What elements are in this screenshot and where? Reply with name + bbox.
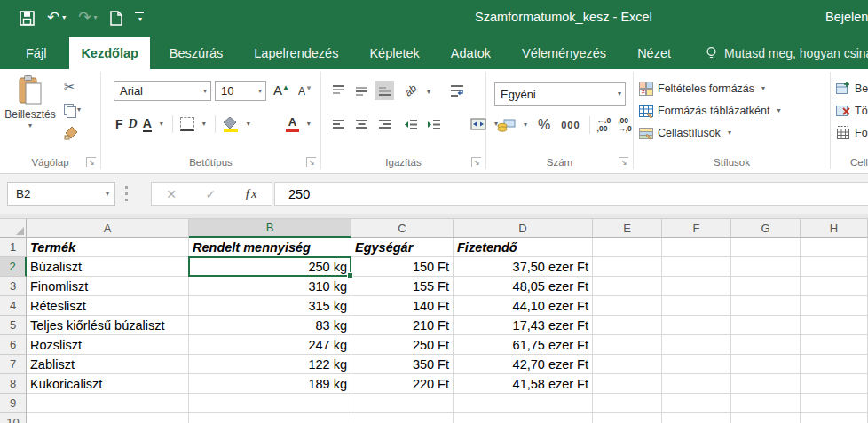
sign-in-button[interactable]: Bejelentkezés [825, 10, 868, 24]
cell-F1[interactable] [662, 238, 731, 257]
cell-A9[interactable] [27, 394, 189, 413]
tab-kezdőlap[interactable]: Kezdőlap [69, 37, 149, 69]
cell-E7[interactable] [593, 355, 662, 374]
align-center-button[interactable] [351, 114, 371, 134]
cell-D1[interactable]: Fizetendő [454, 238, 593, 257]
cell-G8[interactable] [731, 374, 801, 394]
cell-F4[interactable] [662, 296, 731, 316]
accounting-format-button[interactable] [497, 118, 516, 133]
formula-input[interactable]: 250 [274, 182, 868, 206]
customize-quick-access-button[interactable]: ▾ [135, 12, 144, 24]
cancel-button[interactable]: ✕ [166, 187, 177, 201]
cell-C8[interactable]: 220 Ft [351, 374, 454, 394]
cell-C4[interactable]: 140 Ft [351, 296, 454, 316]
redo-button[interactable]: ↷ ▾ [78, 8, 97, 27]
undo-dropdown[interactable]: ▾ [62, 13, 66, 22]
cell-A7[interactable]: Zabliszt [27, 355, 189, 374]
decrease-decimal-button[interactable]: ,00→,0 [618, 117, 632, 133]
redo-dropdown[interactable]: ▾ [94, 13, 98, 22]
cell-B3[interactable]: 310 kg [189, 277, 351, 296]
cell-F5[interactable] [662, 316, 731, 335]
cell-E6[interactable] [593, 335, 662, 355]
accounting-format-dropdown[interactable]: ▾ [524, 121, 527, 129]
conditional-formatting-button[interactable]: ≠ Feltételes formázás ▾ [639, 79, 765, 98]
cell-H10[interactable] [801, 413, 868, 423]
format-painter-button[interactable] [64, 125, 81, 141]
row-header-2[interactable]: 2 [0, 257, 27, 277]
align-bottom-button[interactable] [375, 81, 394, 100]
cell-A2[interactable]: Búzaliszt [27, 257, 189, 277]
cell-G9[interactable] [731, 394, 801, 413]
cell-E10[interactable] [593, 413, 662, 423]
cell-G2[interactable] [731, 257, 801, 277]
borders-button[interactable] [180, 117, 194, 131]
cell-D3[interactable]: 48,05 ezer Ft [454, 277, 593, 296]
cell-A4[interactable]: Rétesliszt [27, 296, 189, 316]
copy-dropdown[interactable]: ▾ [77, 106, 81, 114]
cell-B1[interactable]: Rendelt mennyiség [189, 238, 351, 257]
comma-style-button[interactable]: 000 [561, 120, 580, 130]
cell-E8[interactable] [593, 374, 662, 394]
decrease-indent-button[interactable] [401, 114, 421, 134]
tell-me[interactable]: Mutasd meg, hogyan csináljam [705, 37, 868, 69]
cell-G3[interactable] [731, 277, 801, 296]
bold-button[interactable]: F [115, 117, 123, 131]
cell-E1[interactable] [593, 238, 662, 257]
underline-button[interactable]: A [143, 117, 152, 132]
cell-G7[interactable] [731, 355, 801, 374]
cell-D4[interactable]: 44,10 ezer Ft [454, 296, 593, 316]
column-header-F[interactable]: F [662, 219, 731, 238]
font-size-dropdown[interactable]: ▾ [258, 87, 262, 96]
paste-dropdown[interactable]: ▾ [28, 121, 32, 130]
cell-C1[interactable]: Egységár [351, 238, 454, 257]
insert-cells-button[interactable]: Beszúrás [836, 79, 868, 98]
align-left-button[interactable] [328, 114, 348, 134]
tab-fajl[interactable]: Fájl [12, 37, 60, 69]
cell-styles-button[interactable]: Cellastílusok ▾ [639, 123, 731, 142]
cell-G4[interactable] [731, 296, 801, 316]
font-size-combo[interactable]: 10 ▾ [215, 81, 266, 101]
tab-adatok[interactable]: Adatok [439, 37, 502, 69]
cell-A5[interactable]: Teljes kiőrlésű búzaliszt [27, 316, 189, 335]
column-header-E[interactable]: E [593, 219, 662, 238]
column-header-H[interactable]: H [801, 219, 868, 238]
cell-B2[interactable]: 250 kg [189, 257, 351, 277]
italic-button[interactable]: D [129, 117, 138, 131]
align-right-button[interactable] [375, 114, 394, 134]
merge-center-button[interactable] [469, 114, 488, 134]
row-header-10[interactable]: 10 [0, 413, 27, 423]
percent-style-button[interactable]: % [538, 117, 550, 133]
enter-button[interactable]: ✓ [205, 187, 216, 201]
conditional-formatting-dropdown[interactable]: ▾ [761, 84, 765, 93]
row-header-5[interactable]: 5 [0, 316, 27, 335]
borders-dropdown[interactable]: ▾ [202, 120, 206, 129]
column-header-B[interactable]: B [189, 219, 351, 238]
paste-button[interactable]: Beillesztés ▾ [5, 75, 55, 152]
align-middle-button[interactable] [351, 81, 371, 100]
cell-D6[interactable]: 61,75 ezer Ft [454, 335, 593, 355]
orientation-button[interactable]: ab [401, 81, 421, 100]
tab-lapelrendezés[interactable]: Lapelrendezés [242, 37, 350, 69]
font-family-dropdown[interactable]: ▾ [203, 87, 207, 96]
cell-D2[interactable]: 37,50 ezer Ft [454, 257, 593, 277]
cell-A10[interactable] [27, 413, 189, 423]
undo-button[interactable]: ↶ ▾ [47, 8, 66, 27]
number-dialog-launcher[interactable]: ↘ [619, 157, 628, 167]
tab-képletek[interactable]: Képletek [358, 37, 430, 69]
cell-F2[interactable] [662, 257, 731, 277]
row-header-1[interactable]: 1 [0, 238, 27, 257]
row-header-8[interactable]: 8 [0, 374, 27, 394]
cell-A6[interactable]: Rozsliszt [27, 335, 189, 355]
insert-function-button[interactable]: ƒx [245, 186, 257, 201]
delete-cells-button[interactable]: Törlés [836, 101, 868, 120]
cell-G10[interactable] [731, 413, 801, 423]
column-header-C[interactable]: C [351, 219, 454, 238]
clipboard-dialog-launcher[interactable]: ↘ [86, 157, 96, 167]
cell-C9[interactable] [351, 394, 454, 413]
cell-F9[interactable] [662, 394, 731, 413]
cell-H9[interactable] [801, 394, 868, 413]
cell-F3[interactable] [662, 277, 731, 296]
cell-D10[interactable] [454, 413, 593, 423]
row-header-4[interactable]: 4 [0, 296, 27, 316]
row-header-6[interactable]: 6 [0, 335, 27, 355]
